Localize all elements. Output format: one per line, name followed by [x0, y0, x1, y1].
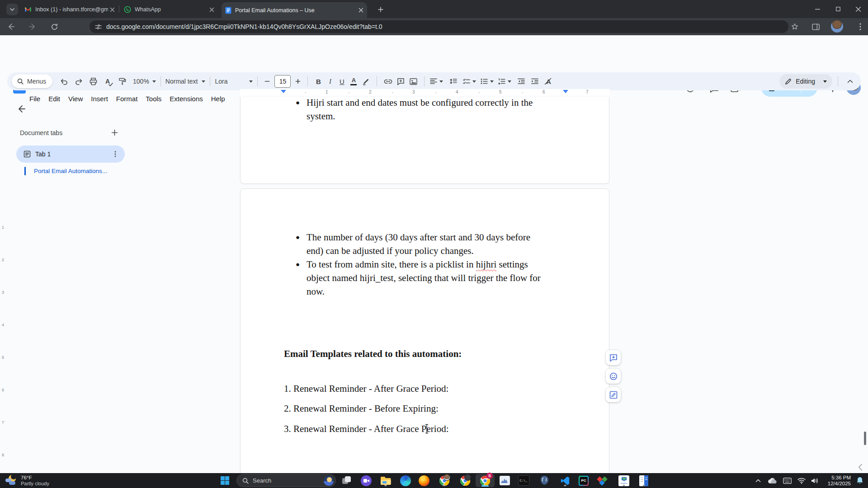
window-minimize-button[interactable] — [807, 0, 828, 18]
print-button[interactable] — [87, 75, 99, 88]
pycharm-button[interactable]: PC — [577, 474, 590, 487]
bold-button[interactable]: B — [312, 75, 324, 88]
close-icon[interactable] — [110, 7, 115, 12]
start-button[interactable] — [218, 474, 231, 487]
writer-doc-button[interactable] — [637, 474, 650, 487]
paragraph-text[interactable]: The number of days (30 days after start … — [307, 230, 571, 258]
meet-app-button[interactable] — [360, 474, 373, 487]
paragraph-text[interactable]: Hijri start and end dates must be config… — [307, 96, 571, 123]
undo-button[interactable] — [58, 75, 71, 88]
scrollbar-thumb[interactable] — [864, 432, 866, 445]
back-button[interactable] — [14, 102, 28, 116]
left-indent-marker[interactable] — [281, 90, 286, 93]
touch-keyboard-button[interactable] — [781, 474, 793, 487]
postgres-button[interactable] — [538, 474, 551, 487]
italic-button[interactable]: I — [324, 75, 336, 88]
document-tab-item[interactable]: Tab 1 — [16, 145, 125, 163]
taskbar-search[interactable]: Search — [236, 474, 336, 487]
paragraph-text[interactable]: To test from admin site, there is a pick… — [307, 258, 571, 298]
insert-image-button[interactable] — [407, 75, 420, 88]
onedrive-tray-button[interactable] — [766, 474, 778, 487]
text-color-button[interactable]: A — [348, 75, 359, 88]
reload-button[interactable] — [48, 20, 61, 33]
font-size-input[interactable]: 15 — [274, 75, 291, 88]
firefox-button[interactable] — [418, 474, 430, 487]
outline-item[interactable]: Portal Email Automations... — [24, 165, 107, 176]
chrome-profile2-button[interactable] — [459, 474, 472, 487]
redo-button[interactable] — [72, 75, 85, 88]
add-tab-button[interactable] — [108, 127, 120, 138]
taskpro-button[interactable]: TaskPro — [618, 474, 630, 487]
decrease-indent-button[interactable] — [515, 75, 528, 88]
margin-suggest-edit-button[interactable] — [606, 387, 621, 402]
browser-profile-avatar[interactable] — [831, 20, 843, 33]
numbered-list-button[interactable] — [497, 75, 512, 88]
address-bar[interactable]: docs.google.com/document/d/1jpc3R6Cmpii0… — [90, 20, 788, 33]
zoom-select[interactable]: 100% — [133, 78, 156, 85]
document-page-1[interactable]: ● Hijri start and end dates must be conf… — [240, 97, 609, 184]
chevron-left-icon[interactable] — [858, 464, 863, 471]
editing-mode-select[interactable]: Editing — [779, 74, 832, 89]
bookmark-star-button[interactable] — [788, 20, 801, 33]
vscode-button[interactable] — [559, 474, 571, 487]
align-button[interactable] — [429, 75, 444, 88]
system-monitor-button[interactable] — [498, 474, 511, 487]
terminal-button[interactable]: C:\_ — [517, 474, 530, 487]
tab-search-button[interactable] — [6, 4, 18, 15]
font-select[interactable]: Lora — [215, 78, 253, 85]
bullet-item[interactable]: ● Hijri start and end dates must be conf… — [296, 96, 571, 123]
margin-add-comment-button[interactable] — [606, 350, 621, 365]
notification-bell-button[interactable] — [854, 474, 866, 487]
diagrams-button[interactable] — [596, 474, 609, 487]
misspelled-word[interactable]: hijhri — [476, 259, 497, 270]
font-size-increase-button[interactable] — [293, 75, 303, 88]
clock-widget[interactable]: 5:36 PM 12/4/2025 — [822, 474, 851, 487]
document-page-2[interactable]: ● The number of days (30 days after star… — [240, 188, 609, 488]
bulleted-list-button[interactable] — [480, 75, 495, 88]
bullet-item[interactable]: ● The number of days (30 days after star… — [296, 230, 571, 258]
chrome-active-button[interactable]: S — [476, 474, 495, 487]
spellcheck-button[interactable]: A — [101, 75, 114, 88]
tab-options-button[interactable] — [110, 149, 120, 159]
weather-widget[interactable]: 76°F Partly cloudy — [3, 473, 49, 488]
right-indent-marker[interactable] — [563, 90, 568, 93]
insert-link-button[interactable] — [382, 75, 394, 88]
line-spacing-button[interactable] — [447, 75, 459, 88]
side-panel-button[interactable] — [809, 20, 822, 33]
paint-format-button[interactable] — [116, 75, 128, 88]
volume-button[interactable] — [808, 474, 821, 487]
forward-button[interactable] — [26, 20, 39, 33]
search-highlight-thumbnail[interactable] — [324, 476, 334, 486]
window-maximize-button[interactable] — [828, 0, 848, 18]
browser-tab-docs-active[interactable]: Portal Email Automations – Use — [222, 2, 367, 18]
task-view-button[interactable] — [340, 474, 353, 487]
add-comment-button[interactable] — [394, 75, 407, 88]
chrome-profile1-button[interactable] — [438, 474, 451, 487]
browser-tab-gmail[interactable]: Inbox (1) - ishann.tforce@gmai — [22, 2, 118, 17]
close-icon[interactable] — [209, 7, 214, 12]
tray-expand-button[interactable] — [752, 474, 764, 487]
section-heading[interactable]: Email Templates related to this automati… — [284, 347, 462, 361]
font-size-decrease-button[interactable] — [262, 75, 272, 88]
back-button[interactable] — [5, 20, 17, 33]
close-icon[interactable] — [359, 8, 363, 13]
checklist-button[interactable] — [462, 75, 477, 88]
numbered-item-3[interactable]: 3. Renewal Reminder - After Grace Period… — [284, 422, 448, 436]
collapse-toolbar-button[interactable] — [844, 75, 856, 88]
underline-button[interactable]: U — [336, 75, 348, 88]
numbered-item-1[interactable]: 1. Renewal Reminder - After Grace Period… — [284, 382, 448, 395]
highlight-color-button[interactable] — [359, 75, 372, 88]
browser-tab-whatsapp[interactable]: WhatsApp — [121, 2, 217, 17]
site-controls-icon[interactable] — [95, 23, 102, 30]
window-close-button[interactable] — [848, 0, 868, 18]
margin-emoji-button[interactable] — [606, 369, 621, 384]
edge-button[interactable] — [399, 474, 412, 487]
file-explorer-button[interactable] — [379, 474, 392, 487]
url-text[interactable]: docs.google.com/document/d/1jpc3R6Cmpii0… — [106, 23, 382, 30]
numbered-item-2[interactable]: 2. Renewal Reminder - Before Expiring: — [284, 402, 439, 415]
browser-menu-button[interactable] — [854, 20, 866, 33]
wifi-button[interactable] — [795, 474, 808, 487]
clear-formatting-button[interactable]: A — [542, 75, 555, 88]
paragraph-style-select[interactable]: Normal text — [165, 78, 206, 85]
increase-indent-button[interactable] — [528, 75, 541, 88]
